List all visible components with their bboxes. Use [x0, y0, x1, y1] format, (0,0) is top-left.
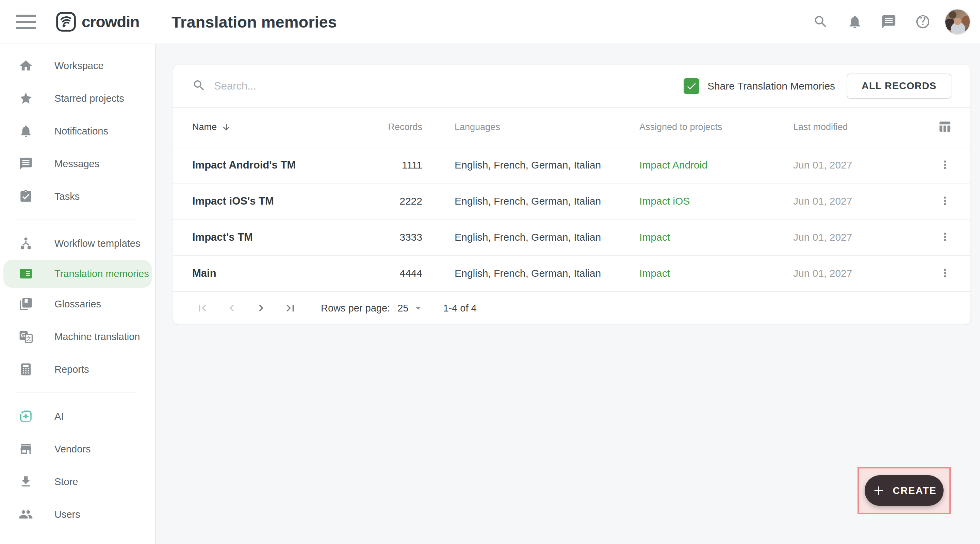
tm-languages: English, French, German, Italian [422, 268, 640, 279]
last-page-icon [283, 301, 297, 315]
share-label: Share Translation Memories [708, 80, 835, 92]
tm-last-modified: Jun 01, 2027 [793, 160, 929, 171]
next-page-button[interactable] [251, 298, 271, 318]
sidebar-item-reports[interactable]: Reports [0, 353, 155, 386]
avatar[interactable] [945, 9, 970, 35]
row-menu-button[interactable] [939, 158, 951, 172]
sidebar-item-starred-projects[interactable]: Starred projects [0, 82, 155, 115]
header-left: crowdin [0, 11, 156, 33]
project-link[interactable]: Impact Android [640, 160, 708, 171]
first-page-button[interactable] [192, 298, 213, 318]
checkbox-checked-icon[interactable] [684, 78, 699, 94]
sidebar-item-messages[interactable]: Messages [0, 147, 155, 180]
sidebar-item-label: Translation memories [54, 268, 149, 279]
help-button[interactable] [911, 10, 935, 34]
share-translation-memories-toggle[interactable]: Share Translation Memories [684, 78, 835, 94]
sidebar-item-store[interactable]: Store [0, 465, 155, 498]
chevron-left-icon [225, 301, 239, 315]
project-link[interactable]: Impact iOS [640, 195, 690, 207]
vendors-icon [19, 442, 33, 456]
tm-last-modified: Jun 01, 2027 [793, 231, 929, 243]
sidebar-item-tasks[interactable]: Tasks [0, 180, 155, 213]
dropdown-arrow-icon [412, 302, 424, 314]
sidebar-item-translation-memories[interactable]: Translation memories [3, 260, 152, 288]
tm-name-link[interactable]: Impact's TM [192, 231, 383, 243]
column-header-records: Records [383, 122, 422, 132]
bell-icon [19, 124, 33, 138]
page-title: Translation memories [172, 13, 337, 31]
last-page-button[interactable] [280, 298, 301, 318]
messages-button[interactable] [877, 10, 901, 34]
first-page-icon [196, 301, 209, 315]
crowdin-logo[interactable]: crowdin [55, 11, 139, 33]
tm-name-link[interactable]: Main [192, 267, 383, 279]
project-link[interactable]: Impact [640, 268, 670, 279]
table-row: Impact iOS's TM 2222 English, French, Ge… [173, 183, 970, 219]
rows-per-page-select[interactable]: 25 [398, 302, 424, 314]
translation-memories-card: Share Translation Memories ALL RECORDS N… [173, 65, 971, 324]
search-input[interactable] [214, 80, 684, 92]
sidebar-item-label: Notifications [54, 126, 108, 137]
row-menu-button[interactable] [939, 230, 951, 244]
tm-languages: English, French, German, Italian [422, 195, 640, 207]
ai-icon [19, 409, 33, 423]
sidebar-item-glossaries[interactable]: Glossaries [0, 288, 155, 320]
sidebar-item-machine-translation[interactable]: G文 Machine translation [0, 320, 155, 353]
tm-records: 1111 [383, 160, 422, 171]
chat-icon [881, 14, 897, 30]
kebab-menu-icon [939, 230, 951, 243]
pagination-range: 1-4 of 4 [443, 303, 476, 314]
bell-icon [847, 14, 862, 30]
tm-records: 4444 [383, 268, 422, 279]
rows-per-page-value: 25 [398, 303, 408, 314]
row-menu-button[interactable] [939, 195, 951, 208]
project-link[interactable]: Impact [640, 231, 670, 243]
row-menu-button[interactable] [939, 266, 951, 281]
tm-last-modified: Jun 01, 2027 [793, 268, 929, 279]
chevron-right-icon [254, 301, 268, 315]
sidebar-item-label: Vendors [54, 443, 91, 455]
help-icon [915, 14, 931, 30]
glossary-icon [19, 297, 33, 311]
users-icon [19, 507, 33, 522]
tm-records: 2222 [383, 195, 422, 207]
kebab-menu-icon [939, 266, 951, 279]
all-records-button[interactable]: ALL RECORDS [846, 73, 951, 99]
sidebar-item-label: AI [54, 411, 64, 422]
sidebar-item-workspace[interactable]: Workspace [0, 49, 155, 82]
create-button[interactable]: CREATE [865, 475, 943, 506]
main-content: Share Translation Memories ALL RECORDS N… [156, 44, 980, 544]
sidebar-divider [16, 392, 137, 393]
table-columns-icon [938, 120, 951, 134]
column-header-assigned-projects: Assigned to projects [640, 122, 793, 132]
machine-translation-icon: G文 [19, 330, 33, 344]
notifications-button[interactable] [843, 10, 867, 34]
menu-toggle-button[interactable] [16, 14, 37, 30]
sidebar-item-label: Workflow templates [54, 238, 140, 249]
crowdin-logo-icon [55, 11, 77, 33]
tm-name-link[interactable]: Impact iOS's TM [192, 195, 383, 207]
sidebar-item-notifications[interactable]: Notifications [0, 115, 155, 147]
home-icon [19, 59, 33, 73]
columns-settings-button[interactable] [938, 120, 951, 134]
sidebar-item-vendors[interactable]: Vendors [0, 433, 155, 465]
sidebar-item-label: Glossaries [54, 298, 101, 310]
tm-name-link[interactable]: Impact Android's TM [192, 159, 383, 171]
plus-icon [872, 483, 886, 498]
sidebar-item-workflow-templates[interactable]: Workflow templates [0, 227, 155, 260]
sidebar-item-ai[interactable]: AI [0, 400, 155, 433]
search-icon [813, 14, 829, 30]
sidebar-item-users[interactable]: Users [0, 498, 155, 531]
column-header-name[interactable]: Name [192, 122, 383, 132]
previous-page-button[interactable] [221, 298, 242, 318]
column-header-label: Name [192, 122, 217, 132]
create-button-label: CREATE [892, 485, 937, 496]
header-actions [808, 9, 980, 35]
tm-languages: English, French, German, Italian [422, 160, 640, 171]
sidebar-divider [16, 220, 137, 220]
search-button[interactable] [808, 10, 833, 34]
kebab-menu-icon [939, 158, 951, 171]
workflow-icon [19, 236, 33, 250]
search-icon [192, 79, 206, 94]
column-header-languages: Languages [422, 122, 640, 132]
